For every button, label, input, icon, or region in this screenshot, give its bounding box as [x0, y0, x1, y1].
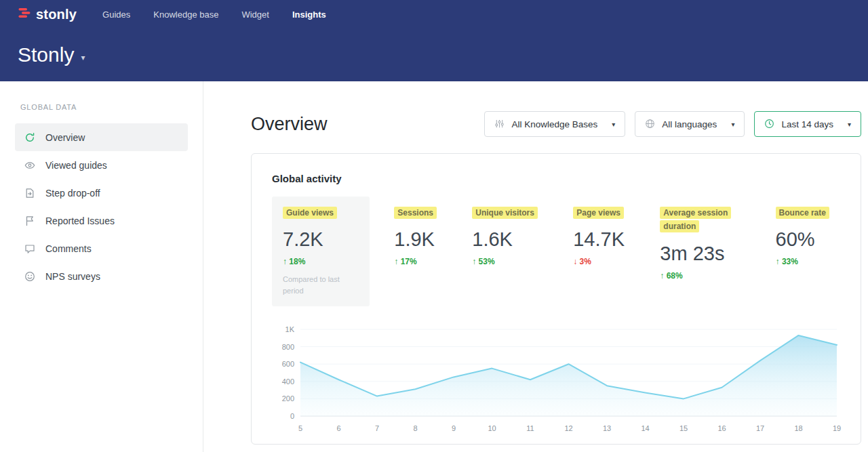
sidebar-item-label: Viewed guides	[45, 160, 107, 171]
sidebar-item-label: Step drop-off	[45, 188, 100, 199]
metric-average-session-duration[interactable]: Average session duration 3m 23s ↑ 68%	[649, 197, 751, 290]
metric-change: ↑ 53%	[472, 257, 538, 266]
svg-text:1K: 1K	[285, 325, 295, 333]
metric-value: 14.7K	[573, 228, 625, 251]
date-range-dropdown-label: Last 14 days	[781, 119, 833, 129]
sidebar-item-reported-issues[interactable]: Reported Issues	[15, 207, 188, 234]
svg-text:11: 11	[526, 424, 534, 432]
nav-item-guides[interactable]: Guides	[102, 9, 130, 20]
sidebar-item-label: Reported Issues	[45, 215, 115, 226]
metric-note: Compared to last period	[283, 274, 359, 297]
svg-text:18: 18	[794, 424, 802, 432]
arrow-down-icon: ↓	[573, 257, 577, 266]
chevron-down-icon: ▾	[612, 121, 615, 128]
svg-text:15: 15	[679, 424, 688, 432]
sidebar-section-label: GLOBAL DATA	[20, 103, 188, 111]
svg-text:9: 9	[452, 424, 456, 432]
sidebar-item-label: Comments	[45, 243, 92, 254]
svg-text:200: 200	[282, 395, 294, 403]
nav-item-knowledge-base[interactable]: Knowledge base	[153, 9, 218, 20]
metric-value: 3m 23s	[660, 243, 740, 265]
smiley-icon	[24, 270, 35, 282]
sidebar-item-comments[interactable]: Comments	[15, 234, 188, 262]
svg-text:7: 7	[375, 424, 379, 432]
svg-text:400: 400	[282, 377, 294, 386]
svg-text:0: 0	[290, 412, 294, 420]
svg-text:16: 16	[717, 424, 726, 432]
svg-text:12: 12	[564, 424, 572, 432]
filter-bar: All Knowledge Bases ▾ All languages ▾	[484, 111, 861, 137]
metric-label: Sessions	[394, 207, 437, 219]
svg-text:13: 13	[603, 424, 611, 432]
svg-text:5: 5	[298, 424, 302, 432]
nav-item-insights[interactable]: Insights	[292, 9, 326, 20]
clock-icon	[764, 119, 775, 129]
arrow-up-icon: ↑	[394, 257, 398, 266]
card-title: Global activity	[272, 173, 840, 184]
metric-value: 1.6K	[472, 228, 538, 251]
chevron-down-icon: ▾	[848, 121, 851, 128]
flag-icon	[24, 215, 35, 226]
metric-change: ↑ 68%	[660, 271, 740, 281]
svg-text:800: 800	[282, 343, 294, 351]
stonly-logo-icon	[18, 6, 31, 22]
arrow-up-icon: ↑	[283, 257, 287, 266]
metric-change: ↑ 33%	[776, 257, 829, 266]
top-nav: stonly Guides Knowledge base Widget Insi…	[0, 0, 868, 28]
metric-label: Guide views	[283, 207, 337, 219]
sidebar-item-step-drop-off[interactable]: Step drop-off	[15, 179, 188, 207]
metric-label: Page views	[573, 207, 624, 219]
arrow-up-icon: ↑	[472, 257, 476, 266]
languages-dropdown[interactable]: All languages ▾	[635, 111, 745, 137]
svg-text:8: 8	[413, 424, 417, 432]
metric-change: ↑ 18%	[283, 257, 359, 266]
eye-icon	[24, 159, 35, 171]
chevron-down-icon: ▾	[731, 121, 734, 128]
svg-text:10: 10	[488, 424, 496, 432]
svg-text:600: 600	[282, 361, 294, 369]
metric-bounce-rate[interactable]: Bounce rate 60% ↑ 33%	[765, 197, 840, 276]
metric-value: 7.2K	[283, 228, 359, 251]
nav-item-widget[interactable]: Widget	[241, 9, 269, 20]
metric-label: Bounce rate	[776, 207, 829, 219]
metric-label: Average session duration	[660, 207, 731, 232]
document-arrow-icon	[24, 187, 35, 199]
globe-icon	[645, 119, 656, 129]
sidebar-item-nps-surveys[interactable]: NPS surveys	[15, 262, 188, 290]
workspace-selector[interactable]: Stonly ▾	[0, 28, 868, 66]
global-activity-card: Global activity Guide views 7.2K ↑ 18% C…	[251, 153, 861, 445]
top-bar: stonly Guides Knowledge base Widget Insi…	[0, 0, 868, 81]
metric-label: Unique visitors	[472, 207, 538, 219]
comment-bubble-icon	[24, 243, 35, 254]
chevron-down-icon: ▾	[81, 53, 85, 62]
sidebar-item-viewed-guides[interactable]: Viewed guides	[15, 151, 188, 179]
metric-unique-visitors[interactable]: Unique visitors 1.6K ↑ 53%	[461, 197, 549, 276]
metric-page-views[interactable]: Page views 14.7K ↓ 3%	[562, 197, 635, 276]
arrow-up-icon: ↑	[660, 271, 664, 281]
metric-guide-views[interactable]: Guide views 7.2K ↑ 18% Compared to last …	[272, 197, 370, 306]
sidebar-item-label: NPS surveys	[45, 271, 100, 282]
activity-area-chart: 02004006008001K5678910111213141516171819	[272, 323, 840, 439]
arrow-up-icon: ↑	[776, 257, 780, 266]
metrics-row: Guide views 7.2K ↑ 18% Compared to last …	[272, 197, 840, 306]
page-title: Overview	[251, 114, 328, 135]
sidebar-item-label: Overview	[45, 132, 85, 143]
sidebar-item-overview[interactable]: Overview	[15, 123, 188, 151]
svg-text:19: 19	[833, 424, 841, 432]
overview-refresh-icon	[24, 131, 35, 143]
workspace-title: Stonly	[18, 43, 74, 66]
main-content: Overview All Knowledge Bases ▾	[203, 81, 868, 452]
metric-change: ↓ 3%	[573, 257, 625, 266]
metric-value: 60%	[776, 228, 829, 251]
date-range-dropdown[interactable]: Last 14 days ▾	[754, 111, 861, 137]
knowledge-bases-dropdown[interactable]: All Knowledge Bases ▾	[484, 111, 625, 137]
metric-value: 1.9K	[394, 228, 437, 251]
knowledge-bases-dropdown-label: All Knowledge Bases	[511, 119, 597, 129]
metric-sessions[interactable]: Sessions 1.9K ↑ 17%	[383, 197, 448, 276]
languages-dropdown-label: All languages	[662, 119, 717, 129]
sliders-icon	[494, 119, 505, 129]
svg-text:17: 17	[756, 424, 764, 432]
main-header: Overview All Knowledge Bases ▾	[251, 111, 861, 137]
svg-text:14: 14	[641, 424, 649, 432]
stonly-logo[interactable]: stonly	[18, 6, 77, 22]
